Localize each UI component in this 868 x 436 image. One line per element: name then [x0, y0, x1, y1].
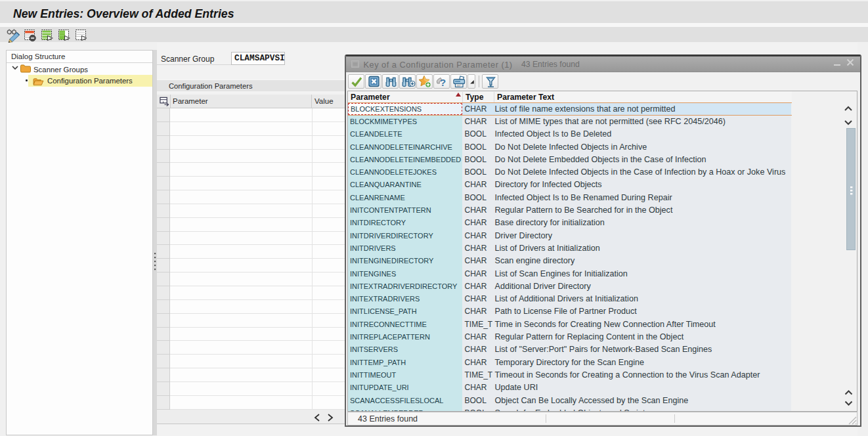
svg-text:?: ? — [440, 77, 446, 88]
